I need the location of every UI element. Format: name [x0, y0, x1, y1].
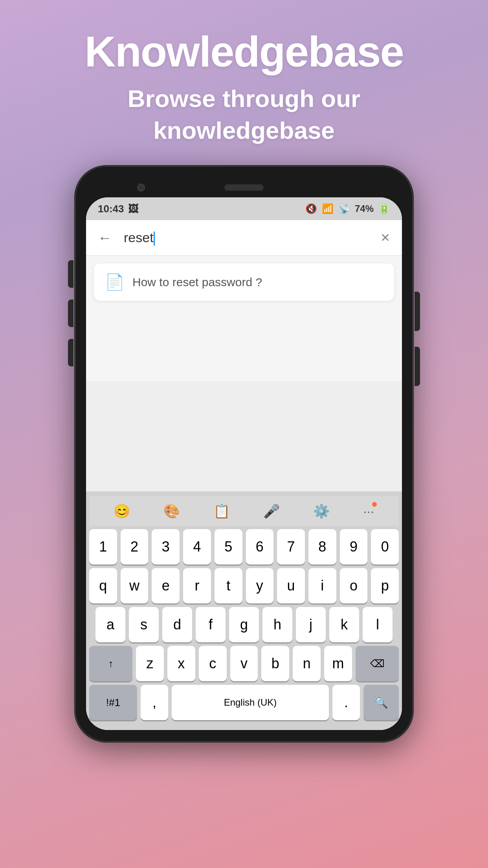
page-subtitle: Browse through our knowledgebase — [84, 83, 403, 146]
clear-button[interactable]: ✕ — [376, 227, 394, 248]
key-5[interactable]: 5 — [215, 529, 242, 565]
page-title: Knowledgebase — [84, 28, 403, 75]
key-q[interactable]: q — [89, 568, 117, 603]
keyboard-row-asdf: a s d f g h j k l — [89, 607, 399, 642]
status-battery: 74% — [355, 203, 374, 214]
phone-screen: 10:43 🖼 🔇 📶 📡 74% 🔋 ← reset ✕ — [86, 197, 402, 730]
key-1[interactable]: 1 — [89, 529, 117, 565]
search-bar[interactable]: ← reset ✕ — [86, 220, 402, 256]
key-4[interactable]: 4 — [183, 529, 211, 565]
key-m[interactable]: m — [324, 646, 352, 681]
key-3[interactable]: 3 — [152, 529, 180, 565]
key-u[interactable]: u — [277, 568, 305, 603]
key-symbols[interactable]: !#1 — [89, 685, 137, 720]
key-y[interactable]: y — [246, 568, 274, 603]
key-c[interactable]: c — [199, 646, 227, 681]
key-backspace[interactable]: ⌫ — [356, 646, 399, 681]
key-s[interactable]: s — [129, 607, 159, 642]
key-o[interactable]: o — [340, 568, 368, 603]
emoji-icon[interactable]: 😊 — [114, 503, 130, 519]
speaker — [224, 184, 264, 191]
key-r[interactable]: r — [183, 568, 211, 603]
keyboard-row-zxcv: ↑ z x c v b n m ⌫ — [89, 646, 399, 681]
key-f[interactable]: f — [196, 607, 226, 642]
keyboard-row-numbers: 1 2 3 4 5 6 7 8 9 0 — [89, 529, 399, 565]
keyboard-row-qwerty: q w e r t y u i o p — [89, 568, 399, 603]
settings-icon[interactable]: ⚙️ — [313, 503, 330, 519]
keyboard[interactable]: 😊 🎨 📋 🎤 ⚙️ ··· 1 2 3 4 5 6 7 8 — [86, 491, 402, 730]
key-x[interactable]: x — [167, 646, 195, 681]
status-screenshot-icon: 🖼 — [128, 203, 138, 215]
phone-notch — [86, 178, 402, 197]
key-d[interactable]: d — [162, 607, 192, 642]
phone-frame: 10:43 🖼 🔇 📶 📡 74% 🔋 ← reset ✕ — [75, 166, 413, 742]
status-mute-icon: 🔇 — [305, 203, 317, 214]
key-g[interactable]: g — [229, 607, 259, 642]
battery-icon: 🔋 — [378, 203, 390, 214]
result-item[interactable]: 📄 How to reset password ? — [94, 263, 394, 301]
more-icon[interactable]: ··· — [363, 504, 374, 519]
camera — [137, 184, 145, 191]
phone-mockup: 10:43 🖼 🔇 📶 📡 74% 🔋 ← reset ✕ — [75, 166, 413, 742]
search-results: 📄 How to reset password ? — [86, 256, 402, 381]
search-input[interactable]: reset — [124, 230, 369, 246]
key-z[interactable]: z — [136, 646, 164, 681]
key-n[interactable]: n — [293, 646, 321, 681]
result-text: How to reset password ? — [132, 276, 383, 289]
key-v[interactable]: v — [230, 646, 258, 681]
key-dot[interactable]: . — [332, 685, 360, 720]
key-0[interactable]: 0 — [371, 529, 399, 565]
back-button[interactable]: ← — [94, 226, 116, 250]
key-2[interactable]: 2 — [121, 529, 149, 565]
empty-area — [86, 381, 402, 491]
key-t[interactable]: t — [215, 568, 242, 603]
key-p[interactable]: p — [371, 568, 399, 603]
key-9[interactable]: 9 — [340, 529, 368, 565]
key-6[interactable]: 6 — [246, 529, 274, 565]
status-signal-icon: 📡 — [338, 203, 350, 214]
clipboard-icon[interactable]: 📋 — [213, 503, 230, 519]
status-bar: 10:43 🖼 🔇 📶 📡 74% 🔋 — [86, 197, 402, 220]
key-h[interactable]: h — [262, 607, 292, 642]
key-l[interactable]: l — [363, 607, 393, 642]
status-time: 10:43 — [98, 203, 124, 215]
key-comma[interactable]: , — [141, 685, 168, 720]
key-j[interactable]: j — [296, 607, 326, 642]
key-a[interactable]: a — [95, 607, 125, 642]
keyboard-toolbar: 😊 🎨 📋 🎤 ⚙️ ··· — [89, 496, 399, 526]
status-wifi-icon: 📶 — [322, 203, 334, 214]
mic-icon[interactable]: 🎤 — [263, 503, 280, 519]
sticker-icon[interactable]: 🎨 — [163, 503, 180, 519]
key-space[interactable]: English (UK) — [172, 685, 329, 720]
key-7[interactable]: 7 — [277, 529, 305, 565]
key-search[interactable]: 🔍 — [363, 685, 399, 720]
key-8[interactable]: 8 — [308, 529, 336, 565]
result-doc-icon: 📄 — [105, 273, 125, 291]
key-k[interactable]: k — [329, 607, 359, 642]
key-shift[interactable]: ↑ — [89, 646, 132, 681]
key-b[interactable]: b — [261, 646, 289, 681]
key-i[interactable]: i — [308, 568, 336, 603]
key-w[interactable]: w — [121, 568, 149, 603]
key-e[interactable]: e — [152, 568, 180, 603]
keyboard-row-bottom: !#1 , English (UK) . 🔍 — [89, 685, 399, 720]
